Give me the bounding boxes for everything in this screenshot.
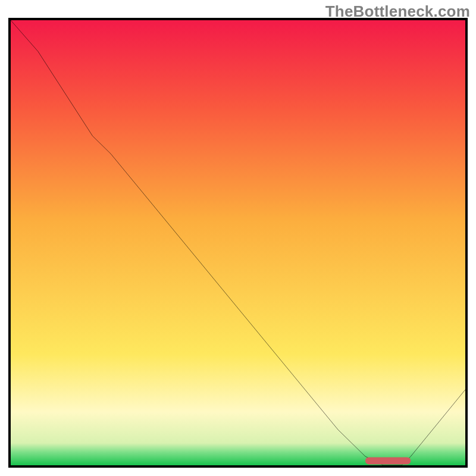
gradient-background: [11, 20, 465, 465]
plot-area: [8, 18, 468, 468]
curve-flat-marker: [365, 458, 411, 465]
chart-svg: [11, 20, 465, 465]
chart-container: TheBottleneck.com: [0, 0, 476, 476]
watermark-text: TheBottleneck.com: [325, 2, 470, 21]
